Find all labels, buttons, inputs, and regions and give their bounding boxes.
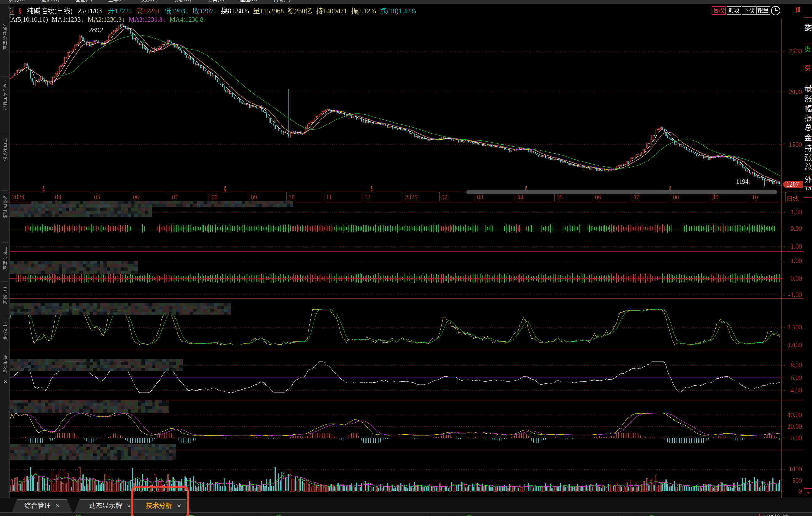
date-axis-label: 06 [595,194,601,201]
quote-field-6: 额280亿 [288,7,312,15]
sidebar-separator [2,134,7,134]
quote-field-3: 收1207↓ [193,7,216,15]
sidebar-item-1[interactable]: TWS多日联动 [2,81,8,111]
date-axis-label: 08 [211,194,218,201]
price-axis-tick: 1500 [783,141,802,149]
ma-indicator-row: MA(5,10,10,10)MA1:1233↓MA2:1230.8↓MA3:12… [5,16,207,24]
quote-date: 25/11/03 [78,7,102,15]
status-index-3: 50 3004.8 -0.23% (-6.80) 847亿 [570,513,655,516]
status-index-0: 3952.2 -0.07% (-2.59) 5947亿 [1,513,81,516]
status-index-2: 300 4614.4 -0.57% (-26.28) 3563亿 [377,513,472,516]
date-axis-label: 07 [172,194,178,201]
annotation-highlight-box [131,486,189,516]
sidebar-item-2[interactable]: 当日分析架 [2,138,8,162]
date-axis-label: 2025 [405,194,417,201]
bottom-tab-bar: 综合管理×动态显示牌×技术分析× [0,498,812,513]
toolbar-button-复权[interactable]: 复权 [712,6,726,15]
quote-panel-row-7: 总 [805,121,812,132]
quote-panel-row-3: 最 [805,82,812,93]
panel-signal-1-tick: -1.00 [783,242,802,251]
menu-bar: 系统(A)报价(W)画面(F)至尊(Z)交易(E)分析(R)工具(T)画面(U)… [0,0,812,4]
panel-oscillator-tick: 0.000 [783,341,802,349]
app-window: 系统(A)报价(W)画面(F)至尊(Z)交易(E)分析(R)工具(T)画面(U)… [0,0,812,516]
date-axis-label: 10 [752,194,758,201]
tab-label: 综合管理 [25,502,51,509]
date-axis-label: 05 [556,194,563,201]
panel-momentum-tick: 8.00 [783,362,802,369]
kline-chart-canvas[interactable] [0,0,812,516]
quote-panel-separator [804,44,812,44]
menu-item-7[interactable]: 画面(U) [240,0,257,4]
sidebar-item-0[interactable]: 0智能分时图 [2,24,8,50]
clock-icon[interactable] [771,6,780,16]
date-axis-label: 2024 [12,194,25,201]
pause-icon[interactable] [796,7,801,13]
quote-panel-separator [804,198,812,198]
ma-value-4: MA4:1230.8↓ [170,16,207,23]
panel-signal-2-tick: -1.00 [783,291,802,299]
sidebar-item-6[interactable]: 主力资金 [2,322,8,341]
panel-signal-1-tick: 1.00 [783,208,802,216]
date-axis-label: 10 [288,194,295,201]
tab-综合管理[interactable]: 综合管理× [12,499,72,512]
sidebar-item-5[interactable]: 三重滤网 [2,286,8,305]
date-axis-label: 02 [441,194,448,201]
quote-field-0: 开1222↓ [108,7,132,15]
date-axis-label: 05 [94,194,100,201]
sidebar-item-3[interactable]: 动态显示牌 [2,195,8,218]
menu-item-0[interactable]: 系统(A) [8,0,25,4]
sidebar-separator [2,77,7,77]
status-index-1: 深 13220 -1.19% (-158.66) 7328亿 [188,513,281,516]
sidebar-close-icon[interactable]: ✕ [2,379,8,385]
menu-item-2[interactable]: 画面(F) [76,0,92,4]
quote-field-9: 跌(18)1.47% [380,7,416,15]
menu-item-1[interactable]: 报价(W) [41,0,59,4]
toolbar-button-下载[interactable]: 下载 [742,6,756,15]
panel-signal-2-tick: 0.00 [783,275,802,283]
instrument-header: K▾ § 纯碱连续(日线) 25/11/03 开1222↓高1229↓低1203… [4,5,420,15]
quote-panel-separator [804,17,812,18]
panel-momentum-tick: 6.00 [783,374,802,382]
live-quote-label[interactable]: 即时行情 [764,513,789,516]
tab-close-icon[interactable]: × [56,502,60,509]
period-label[interactable]: 日线 [786,194,799,203]
scroll-left-button[interactable]: ◄ [804,488,812,497]
quote-field-1: 高1229↓ [136,7,160,15]
menu-item-6[interactable]: 工具(T) [207,0,224,4]
sidebar-separator [2,351,7,351]
quote-panel-row-4: 涨 [805,93,812,104]
menu-item-5[interactable]: 分析(R) [174,0,191,4]
ma-value-1: MA1:1233↓ [52,16,84,23]
menu-item-3[interactable]: 至尊(Z) [109,0,125,4]
quote-panel-row-12: 外 [805,173,812,184]
sidebar-item-7[interactable]: 热点分析 [2,355,8,374]
price-axis-tick: 2500 [783,47,802,55]
tab-close-icon[interactable]: × [127,502,131,509]
sidebar-separator [2,281,7,282]
status-bar: 3952.2 -0.07% (-2.59) 5947亿深 13220 -1.19… [0,512,812,516]
toolbar-button-限量[interactable]: 限量 [756,6,770,15]
panel-volume-tick: 0 [783,487,802,495]
date-axis-label: 04 [517,194,524,201]
panel-volume-tick: 500 [783,477,802,485]
date-axis-label: 04 [55,194,61,201]
dividend-adjust-icon[interactable]: § [19,7,22,15]
caret-down-icon: ▾ [11,9,13,13]
peak-price-label: 2892 [88,26,104,34]
panel-volume-tick: 1000 [783,465,802,474]
quote-panel-row-1: 卖 [805,45,811,54]
menu-item-4[interactable]: 交易(E) [141,0,158,4]
quote-panel-row-0: 委 [805,21,812,32]
date-axis-label: 07 [633,194,640,201]
ma-params: MA(5,10,10,10) [5,16,48,23]
menu-item-8[interactable]: 帮助(H) [273,0,290,4]
panel-kd-tick: 20.00 [783,423,802,430]
quote-panel-separator [804,83,812,83]
sidebar-item-4[interactable]: 日线小时图 [2,247,8,270]
sidebar-separator [2,318,7,318]
date-axis-label: 11 [326,194,332,201]
last-price-badge: 1207 [783,180,803,188]
toolbar-button-时段[interactable]: 时段 [727,6,741,15]
ma-value-3: MA3:1230.8↓ [128,16,166,23]
left-sidebar: 0智能分时图TWS多日联动当日分析架动态显示牌日线小时图三重滤网主力资金热点分析… [0,4,10,498]
